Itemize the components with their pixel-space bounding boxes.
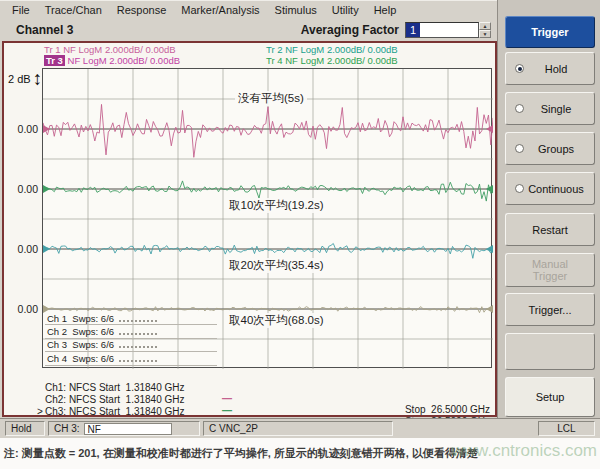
trigger-single-button[interactable]: Single — [505, 92, 595, 125]
ref-level-trace1: 0.00 — [5, 123, 38, 135]
trace3-definition[interactable]: Tr 3 NF LogM 2.000dB/ 0.00dB — [44, 55, 180, 66]
trigger-continuous-button[interactable]: Continuous — [505, 172, 595, 205]
trigger-menu-button[interactable]: Trigger — [505, 16, 595, 48]
calset-status: C VNC_2P — [203, 421, 393, 436]
sweep-dots — [119, 341, 157, 348]
restart-button[interactable]: Restart — [505, 213, 595, 246]
menu-help[interactable]: Help — [374, 4, 397, 16]
channel-row-ch2: Ch2: NFCS Start 1.31840 GHz — Stop 26.50… — [4, 383, 496, 395]
menu-marker-analysis[interactable]: Marker/Analysis — [181, 4, 259, 16]
trigger-mode-status: Hold — [5, 421, 45, 436]
ref-level-trace4: 0.00 — [5, 303, 38, 315]
radio-selected-icon — [515, 64, 524, 73]
trace1-id: Tr 1 — [44, 44, 61, 55]
scale-per-division-label: 2 dB ↕ — [8, 71, 42, 87]
sweep-status-ch4: Ch 4 Swps: 6/6 — [45, 352, 217, 365]
measurement-display: Tr 1 NF LogM 2.000dB/ 0.00dB Tr 2 NF Log… — [2, 41, 497, 417]
analyzer-window: File Trace/Chan Response Marker/Analysis… — [0, 0, 600, 469]
scale-arrow-icon: ↕ — [33, 71, 43, 87]
menu-utility[interactable]: Utility — [332, 4, 359, 16]
softkey-sidebar: Trigger Hold Single Groups Continuous Re… — [497, 0, 600, 418]
sweep-status-ch1: Ch 1 Swps: 6/6 — [45, 312, 217, 325]
channel-row-ch3: >Ch3: NFCS Start 1.31840 GHz — Stop 26.5… — [4, 395, 496, 407]
menu-response[interactable]: Response — [117, 4, 167, 16]
trigger-hold-button[interactable]: Hold — [505, 52, 595, 85]
active-channel-label: CH 3: — [54, 423, 80, 434]
ref-level-trace3: 0.00 — [5, 243, 38, 255]
spin-up-icon[interactable]: ▲ — [479, 22, 491, 30]
scale-value: 2 dB — [8, 73, 31, 85]
menu-trace-chan[interactable]: Trace/Chan — [45, 4, 102, 16]
sweep-dots — [119, 328, 157, 335]
sweep-status-ch3: Ch 3 Swps: 6/6 — [45, 339, 217, 352]
caption-area: 注: 测量点数 = 201, 在测量和校准时都进行了平均操作, 所显示的轨迹刻意… — [0, 438, 600, 469]
ref-level-trace2: 0.00 — [5, 183, 38, 195]
annotation-avg-20: 取20次平均(35.4s) — [226, 258, 327, 273]
trace3-params: NF LogM 2.000dB/ 0.00dB — [65, 55, 180, 66]
groups-label: Groups — [524, 143, 594, 155]
continuous-label: Continuous — [524, 183, 594, 195]
trigger-dialog-button[interactable]: Trigger... — [505, 293, 595, 326]
hold-label: Hold — [524, 63, 594, 75]
annotation-avg-10: 取10次平均(19.2s) — [226, 198, 327, 213]
spin-down-icon[interactable]: ▼ — [479, 30, 491, 38]
sweep-status-ch2: Ch 2 Swps: 6/6 — [45, 325, 217, 338]
channel-title: Channel 3 — [16, 23, 73, 37]
local-remote-status: LCL — [538, 421, 595, 436]
channel-bar: Channel 3 Averaging Factor 1 ▲ ▼ — [0, 18, 497, 41]
trace4-params: NF LogM 2.000dB/ 0.00dB — [283, 55, 398, 66]
trace3-id: Tr 3 — [44, 55, 65, 66]
averaging-factor-label: Averaging Factor — [301, 23, 405, 37]
averaging-factor-input[interactable]: 1 — [405, 22, 479, 38]
averaging-factor-value: 1 — [406, 23, 420, 37]
status-bar: Hold CH 3: NF C VNC_2P LCL — [0, 418, 600, 438]
trace2-definition[interactable]: Tr 2 NF LogM 2.000dB/ 0.00dB — [266, 44, 398, 55]
radio-icon — [515, 144, 524, 153]
trigger-groups-button[interactable]: Groups — [505, 132, 595, 165]
annotation-avg-40: 取40次平均(68.0s) — [226, 313, 327, 328]
active-channel-status: CH 3: NF — [48, 421, 200, 436]
radio-icon — [515, 184, 524, 193]
menu-file[interactable]: File — [12, 4, 30, 16]
trace2-params: NF LogM 2.000dB/ 0.00dB — [283, 44, 398, 55]
trace1-params: NF LogM 2.000dB/ 0.00dB — [61, 44, 176, 55]
radio-icon — [515, 104, 524, 113]
setup-button[interactable]: Setup — [505, 377, 595, 417]
averaging-factor-stepper[interactable]: ▲ ▼ — [479, 22, 491, 38]
caption-note: 注: 测量点数 = 201, 在测量和校准时都进行了平均操作, 所显示的轨迹刻意… — [4, 446, 478, 461]
sweep-dots — [119, 315, 157, 322]
menu-stimulus[interactable]: Stimulus — [275, 4, 317, 16]
annotation-no-averaging: 没有平均(5s) — [235, 91, 307, 106]
graph-area: 没有平均(5s) 取10次平均(19.2s) 取20次平均(35.4s) 取40… — [42, 68, 492, 368]
blank-softkey[interactable] — [505, 333, 595, 370]
sweep-status-box: Ch 1 Swps: 6/6 Ch 2 Swps: 6/6 Ch 3 Swps:… — [45, 312, 217, 366]
sweep-dots — [119, 355, 157, 362]
channel-row-ch1: Ch1: NFCS Start 1.31840 GHz — Stop 26.50… — [4, 371, 496, 383]
trace4-id: Tr 4 — [266, 55, 283, 66]
measurement-type-field: NF — [84, 423, 172, 435]
manual-trigger-button: Manual Trigger — [505, 253, 595, 287]
trace1-definition[interactable]: Tr 1 NF LogM 2.000dB/ 0.00dB — [44, 44, 176, 55]
trace4-definition[interactable]: Tr 4 NF LogM 2.000dB/ 0.00dB — [266, 55, 398, 66]
watermark-text: www.cntronics.com — [452, 441, 597, 461]
single-label: Single — [524, 103, 594, 115]
trace2-id: Tr 2 — [266, 44, 283, 55]
